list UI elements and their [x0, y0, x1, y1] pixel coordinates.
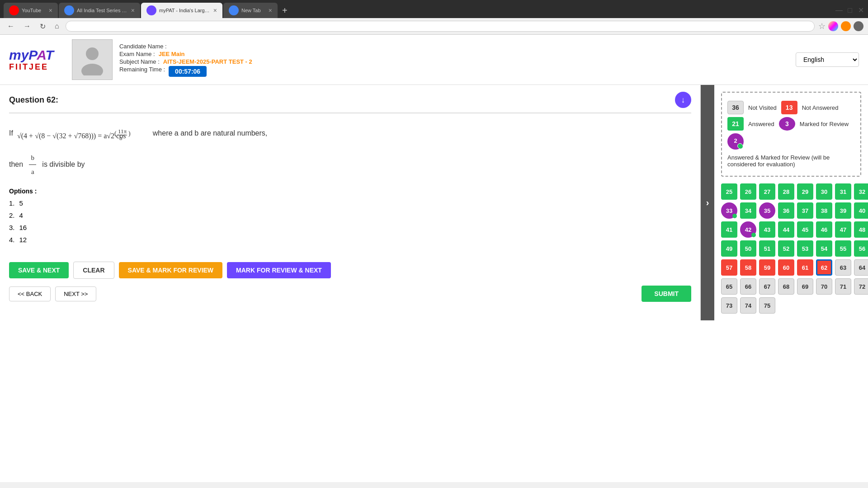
- back-button[interactable]: << BACK: [9, 286, 51, 301]
- question-btn-57[interactable]: 57: [721, 259, 737, 276]
- minimize-button[interactable]: —: [835, 7, 843, 14]
- question-btn-70[interactable]: 70: [816, 278, 832, 295]
- nav-buttons: << BACK NEXT >> SUBMIT: [0, 286, 700, 309]
- question-btn-59[interactable]: 59: [759, 259, 775, 276]
- question-btn-52[interactable]: 52: [778, 240, 794, 257]
- tab-newtab-label: New Tab: [241, 8, 261, 13]
- side-expand-button[interactable]: ›: [701, 85, 714, 320]
- question-btn-26[interactable]: 26: [740, 183, 756, 200]
- question-btn-62[interactable]: 62: [816, 259, 832, 276]
- chrome-icon[interactable]: [828, 21, 838, 31]
- submit-button[interactable]: SUBMIT: [642, 286, 691, 302]
- tab-aits-close[interactable]: ×: [131, 7, 135, 14]
- question-btn-42[interactable]: 42: [740, 221, 756, 238]
- profile-icon[interactable]: [854, 21, 863, 31]
- option-1-num: 1.: [9, 199, 15, 207]
- question-btn-48[interactable]: 48: [854, 221, 868, 238]
- clear-button[interactable]: CLEAR: [73, 262, 114, 279]
- not-visited-label: Not Visited: [748, 104, 777, 111]
- question-btn-29[interactable]: 29: [797, 183, 813, 200]
- avatar: [72, 39, 113, 80]
- tab-youtube-close[interactable]: ×: [49, 7, 52, 14]
- question-btn-28[interactable]: 28: [778, 183, 794, 200]
- question-btn-33[interactable]: 33: [721, 202, 737, 219]
- question-btn-61[interactable]: 61: [797, 259, 813, 276]
- option-4[interactable]: 4. 12: [9, 236, 691, 244]
- question-btn-30[interactable]: 30: [816, 183, 832, 200]
- question-btn-64[interactable]: 64: [854, 259, 868, 276]
- question-btn-58[interactable]: 58: [740, 259, 756, 276]
- question-btn-25[interactable]: 25: [721, 183, 737, 200]
- question-btn-75[interactable]: 75: [759, 297, 775, 314]
- question-btn-63[interactable]: 63: [835, 259, 851, 276]
- marked-label: Marked for Review: [800, 121, 849, 127]
- option-2[interactable]: 2. 4: [9, 211, 691, 219]
- candidate-name-row: Candidate Name :: [119, 43, 252, 50]
- extension-icon[interactable]: [841, 21, 851, 31]
- question-btn-43[interactable]: 43: [759, 221, 775, 238]
- question-btn-27[interactable]: 27: [759, 183, 775, 200]
- question-btn-40[interactable]: 40: [854, 202, 868, 219]
- option-4-num: 4.: [9, 236, 15, 244]
- question-btn-41[interactable]: 41: [721, 221, 737, 238]
- tab-newtab[interactable]: New Tab ×: [223, 3, 278, 18]
- answered-marked-dot: [737, 143, 743, 149]
- address-input[interactable]: fiitjee-aits.mypat.in/test/test-ongoing/…: [66, 21, 815, 32]
- question-btn-46[interactable]: 46: [816, 221, 832, 238]
- save-mark-button[interactable]: SAVE & MARK FOR REVIEW: [119, 262, 223, 278]
- question-btn-66[interactable]: 66: [740, 278, 756, 295]
- save-next-button[interactable]: SAVE & NEXT: [9, 262, 69, 278]
- home-button[interactable]: ⌂: [52, 21, 62, 31]
- question-btn-51[interactable]: 51: [759, 240, 775, 257]
- question-btn-69[interactable]: 69: [797, 278, 813, 295]
- maximize-button[interactable]: □: [846, 7, 854, 14]
- option-1[interactable]: 1. 5: [9, 199, 691, 207]
- question-btn-38[interactable]: 38: [816, 202, 832, 219]
- question-btn-36[interactable]: 36: [778, 202, 794, 219]
- question-btn-67[interactable]: 67: [759, 278, 775, 295]
- close-button[interactable]: ✕: [857, 7, 864, 14]
- question-btn-54[interactable]: 54: [816, 240, 832, 257]
- mark-next-button[interactable]: MARK FOR REVIEW & NEXT: [227, 262, 331, 278]
- question-btn-34[interactable]: 34: [740, 202, 756, 219]
- right-panel: 36 Not Visited 13 Not Answered 21 Answer…: [714, 85, 868, 320]
- language-select[interactable]: English Hindi: [796, 52, 859, 67]
- question-btn-35[interactable]: 35: [759, 202, 775, 219]
- question-btn-56[interactable]: 56: [854, 240, 868, 257]
- back-nav-button[interactable]: ←: [5, 21, 17, 31]
- star-icon[interactable]: ☆: [818, 21, 826, 31]
- question-btn-47[interactable]: 47: [835, 221, 851, 238]
- tab-mypat-close[interactable]: ×: [213, 7, 217, 14]
- question-btn-72[interactable]: 72: [854, 278, 868, 295]
- tab-mypat[interactable]: myPAT - India's Largest Online... ×: [141, 3, 222, 18]
- tab-aits[interactable]: All India Test Series Schdule for... ×: [59, 3, 140, 18]
- svg-point-0: [86, 47, 99, 60]
- question-btn-60[interactable]: 60: [778, 259, 794, 276]
- question-btn-71[interactable]: 71: [835, 278, 851, 295]
- option-3[interactable]: 3. 16: [9, 224, 691, 231]
- question-btn-37[interactable]: 37: [797, 202, 813, 219]
- next-button[interactable]: NEXT >>: [55, 286, 96, 301]
- question-btn-39[interactable]: 39: [835, 202, 851, 219]
- tab-youtube[interactable]: YouTube ×: [4, 3, 58, 18]
- question-btn-68[interactable]: 68: [778, 278, 794, 295]
- reload-button[interactable]: ↻: [37, 21, 48, 32]
- question-btn-55[interactable]: 55: [835, 240, 851, 257]
- question-btn-73[interactable]: 73: [721, 297, 737, 314]
- question-btn-31[interactable]: 31: [835, 183, 851, 200]
- options-section: Options : 1. 5 2. 4 3. 16 4.: [9, 188, 691, 244]
- question-btn-49[interactable]: 49: [721, 240, 737, 257]
- logo: myPAT FIITJEE: [9, 47, 54, 72]
- tab-newtab-close[interactable]: ×: [269, 7, 272, 14]
- question-btn-50[interactable]: 50: [740, 240, 756, 257]
- question-btn-45[interactable]: 45: [797, 221, 813, 238]
- question-btn-53[interactable]: 53: [797, 240, 813, 257]
- forward-nav-button[interactable]: →: [21, 21, 33, 31]
- scroll-down-button[interactable]: [675, 92, 691, 108]
- question-btn-32[interactable]: 32: [854, 183, 868, 200]
- question-btn-65[interactable]: 65: [721, 278, 737, 295]
- question-btn-74[interactable]: 74: [740, 297, 756, 314]
- question-btn-44[interactable]: 44: [778, 221, 794, 238]
- new-tab-button[interactable]: +: [278, 5, 291, 16]
- question-body-text: where a and b are natural numbers,: [153, 129, 267, 137]
